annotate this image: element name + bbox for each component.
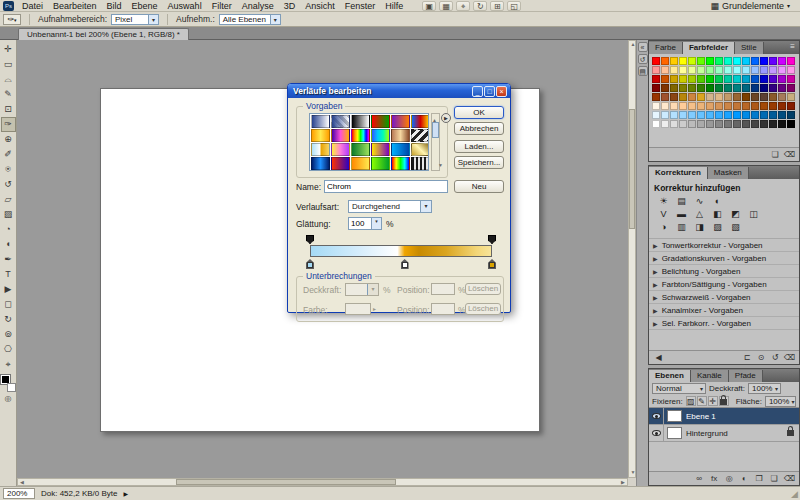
hand-tool[interactable]: ⎔ bbox=[1, 342, 16, 357]
color-swatch-112[interactable] bbox=[787, 111, 795, 119]
color-swatch-98[interactable] bbox=[661, 111, 669, 119]
menu-filter[interactable]: Filter bbox=[207, 1, 237, 11]
color-swatch-19[interactable] bbox=[670, 66, 678, 74]
tab-farbe[interactable]: Farbe bbox=[649, 42, 683, 54]
new-layer-icon[interactable]: ❏ bbox=[769, 474, 780, 484]
gradient-preset-24[interactable] bbox=[411, 157, 429, 170]
color-swatch-1[interactable] bbox=[652, 57, 660, 65]
color-swatch-117[interactable] bbox=[688, 120, 696, 128]
color-swatch-57[interactable] bbox=[724, 84, 732, 92]
color-swatch-80[interactable] bbox=[787, 93, 795, 101]
expand-arrow-icon[interactable]: ▶ bbox=[653, 268, 658, 275]
color-swatch-22[interactable] bbox=[697, 66, 705, 74]
layer-row-hintergrund[interactable]: Hintergrund bbox=[649, 425, 799, 442]
color-swatch-122[interactable] bbox=[733, 120, 741, 128]
color-swatch-108[interactable] bbox=[751, 111, 759, 119]
color-swatch-92[interactable] bbox=[751, 102, 759, 110]
delete-adjustment-icon[interactable]: ⌫ bbox=[784, 353, 795, 363]
path-selection-tool[interactable]: ▶ bbox=[1, 282, 16, 297]
color-swatch-121[interactable] bbox=[724, 120, 732, 128]
color-swatch-34[interactable] bbox=[661, 75, 669, 83]
color-swatch-53[interactable] bbox=[688, 84, 696, 92]
chevron-down-icon[interactable]: ▾ bbox=[372, 217, 382, 230]
stop-position-input-2[interactable] bbox=[431, 303, 455, 315]
color-swatch-52[interactable] bbox=[679, 84, 687, 92]
color-swatch-40[interactable] bbox=[715, 75, 723, 83]
tab-pfade[interactable]: Pfade bbox=[729, 370, 763, 382]
horizontal-scroll-thumb[interactable] bbox=[176, 479, 396, 485]
quick-selection-tool[interactable]: ✎ bbox=[1, 87, 16, 102]
exposure-icon[interactable]: ◐ bbox=[711, 196, 724, 207]
color-swatch-124[interactable] bbox=[751, 120, 759, 128]
adjustment-preset-group-schwarzwei-vorgaben[interactable]: ▶Schwarzweiß - Vorgaben bbox=[649, 291, 799, 304]
color-swatch-62[interactable] bbox=[769, 84, 777, 92]
color-swatch-109[interactable] bbox=[760, 111, 768, 119]
gradient-preset-17[interactable] bbox=[391, 143, 410, 156]
color-swatch-24[interactable] bbox=[715, 66, 723, 74]
layer-group-icon[interactable]: ❒ bbox=[754, 474, 765, 484]
pen-tool[interactable]: ✒ bbox=[1, 252, 16, 267]
tab-korrekturen[interactable]: Korrekturen bbox=[649, 167, 708, 179]
color-swatch-94[interactable] bbox=[769, 102, 777, 110]
rotate-view-icon[interactable]: ↻ bbox=[473, 1, 487, 11]
color-swatch-21[interactable] bbox=[688, 66, 696, 74]
color-swatch-95[interactable] bbox=[778, 102, 786, 110]
dialog-titlebar[interactable]: Verläufe bearbeiten _□× bbox=[288, 84, 510, 98]
tab-stile[interactable]: Stile bbox=[735, 42, 764, 54]
color-swatch-8[interactable] bbox=[715, 57, 723, 65]
gradient-preset-14[interactable] bbox=[331, 143, 350, 156]
menu-analyse[interactable]: Analyse bbox=[237, 1, 279, 11]
color-swatch-113[interactable] bbox=[652, 120, 660, 128]
color-swatch-89[interactable] bbox=[724, 102, 732, 110]
color-swatch-69[interactable] bbox=[688, 93, 696, 101]
color-swatch-73[interactable] bbox=[724, 93, 732, 101]
color-swatch-26[interactable] bbox=[733, 66, 741, 74]
gradient-type-select[interactable]: Durchgehend▾ bbox=[348, 200, 432, 213]
color-swatch-39[interactable] bbox=[706, 75, 714, 83]
color-swatch-20[interactable] bbox=[679, 66, 687, 74]
delete-opacity-stop-button[interactable]: Löschen bbox=[465, 283, 501, 295]
color-swatch-119[interactable] bbox=[706, 120, 714, 128]
color-swatch-54[interactable] bbox=[697, 84, 705, 92]
color-swatch-102[interactable] bbox=[697, 111, 705, 119]
selective-color-icon[interactable]: ▧ bbox=[729, 222, 742, 233]
color-swatch-87[interactable] bbox=[706, 102, 714, 110]
tab-kan-le[interactable]: Kanäle bbox=[691, 370, 729, 382]
type-tool[interactable]: T bbox=[1, 267, 16, 282]
color-swatch-12[interactable] bbox=[751, 57, 759, 65]
photo-filter-icon[interactable]: ◩ bbox=[729, 209, 742, 220]
fill-select[interactable]: 100%▾ bbox=[765, 396, 796, 407]
adjustment-preset-group-tonwertkorrektur-vorgaben[interactable]: ▶Tonwertkorrektur - Vorgaben bbox=[649, 239, 799, 252]
color-swatch-58[interactable] bbox=[733, 84, 741, 92]
presets-scrollbar[interactable]: ▲ ▼ bbox=[431, 113, 440, 171]
color-swatch-115[interactable] bbox=[670, 120, 678, 128]
color-swatch-46[interactable] bbox=[769, 75, 777, 83]
color-swatch-70[interactable] bbox=[697, 93, 705, 101]
color-swatch-4[interactable] bbox=[679, 57, 687, 65]
color-swatch-11[interactable] bbox=[742, 57, 750, 65]
color-swatch-10[interactable] bbox=[733, 57, 741, 65]
layer-visibility-toggle[interactable] bbox=[649, 425, 664, 441]
sample-layers-select[interactable]: Alle Ebenen▾ bbox=[219, 14, 281, 25]
new-swatch-icon[interactable]: ❏ bbox=[770, 150, 781, 160]
zoom-tool[interactable]: ⌖ bbox=[1, 357, 16, 372]
color-swatch-17[interactable] bbox=[652, 66, 660, 74]
color-swatch-30[interactable] bbox=[769, 66, 777, 74]
tab-farbfelder[interactable]: Farbfelder bbox=[683, 42, 735, 54]
color-swatch-126[interactable] bbox=[769, 120, 777, 128]
layer-mask-icon[interactable]: ◎ bbox=[724, 474, 735, 484]
color-swatch-76[interactable] bbox=[751, 93, 759, 101]
invert-icon[interactable]: ◑ bbox=[657, 222, 670, 233]
expand-arrow-icon[interactable]: ▶ bbox=[653, 307, 658, 314]
gradient-preset-1[interactable] bbox=[311, 115, 330, 128]
color-swatch-120[interactable] bbox=[715, 120, 723, 128]
gradient-preset-22[interactable] bbox=[371, 157, 390, 170]
stop-position-input[interactable] bbox=[431, 283, 455, 295]
color-swatch-25[interactable] bbox=[724, 66, 732, 74]
eyedropper-tool[interactable]: ✑ bbox=[1, 117, 16, 132]
color-swatch-82[interactable] bbox=[661, 102, 669, 110]
color-swatch-74[interactable] bbox=[733, 93, 741, 101]
color-swatch-27[interactable] bbox=[742, 66, 750, 74]
color-swatch-79[interactable] bbox=[778, 93, 786, 101]
preset-menu-button[interactable]: ▶ bbox=[441, 113, 451, 123]
